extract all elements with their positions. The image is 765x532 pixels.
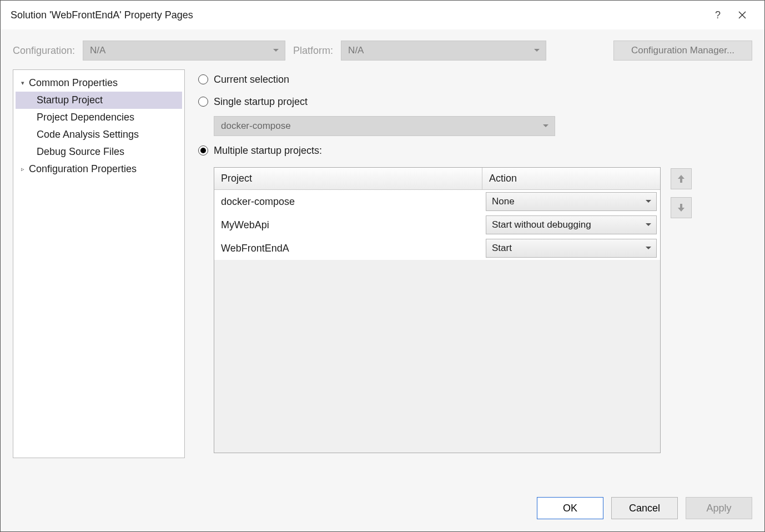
close-icon <box>738 11 746 19</box>
arrow-up-icon <box>676 174 686 184</box>
col-project[interactable]: Project <box>214 168 482 189</box>
platform-label: Platform: <box>293 45 333 57</box>
chevron-down-icon <box>273 47 279 54</box>
apply-button: Apply <box>686 497 752 519</box>
move-down-button <box>671 197 692 218</box>
expander-icon[interactable]: ▹ <box>19 165 27 173</box>
arrow-down-icon <box>676 203 686 213</box>
table-row[interactable]: MyWebApi Start without debugging <box>214 213 660 237</box>
tree-item-startup-project[interactable]: Startup Project <box>16 92 182 109</box>
chevron-down-icon <box>645 222 652 228</box>
help-button[interactable]: ? <box>706 3 730 27</box>
titlebar: Solution 'WebFrontEndA' Property Pages ? <box>1 1 764 29</box>
tree-label: Code Analysis Settings <box>37 129 139 140</box>
radio-single-startup[interactable] <box>198 97 208 107</box>
radio-multiple-startup-label: Multiple startup projects: <box>214 145 322 157</box>
action-value: None <box>492 196 515 207</box>
platform-dropdown: N/A <box>341 41 546 61</box>
cancel-button[interactable]: Cancel <box>611 497 678 519</box>
chevron-down-icon <box>645 245 652 252</box>
radio-multiple-startup[interactable] <box>198 145 208 155</box>
project-cell: docker-compose <box>214 196 482 208</box>
radio-single-startup-label: Single startup project <box>214 96 308 108</box>
move-up-button <box>671 168 692 189</box>
chevron-down-icon <box>645 198 652 205</box>
expander-icon[interactable]: ▾ <box>19 79 27 87</box>
chevron-down-icon <box>534 47 540 54</box>
platform-value: N/A <box>348 45 364 56</box>
configuration-dropdown: N/A <box>83 41 285 61</box>
close-button[interactable] <box>730 3 754 27</box>
action-dropdown[interactable]: Start <box>486 239 657 258</box>
ok-button[interactable]: OK <box>537 497 603 519</box>
action-value: Start without debugging <box>492 219 591 230</box>
tree-item-configuration-properties[interactable]: ▹ Configuration Properties <box>16 160 182 178</box>
single-startup-dropdown: docker-compose <box>214 116 555 136</box>
chevron-down-icon <box>542 123 549 129</box>
table-row[interactable]: WebFrontEndA Start <box>214 237 660 260</box>
property-tree[interactable]: ▾ Common Properties Startup Project Proj… <box>13 69 185 458</box>
main-area: ▾ Common Properties Startup Project Proj… <box>1 69 764 458</box>
projects-table-body: docker-compose None MyWebApi Star <box>214 190 660 260</box>
col-action[interactable]: Action <box>482 168 660 189</box>
window-title: Solution 'WebFrontEndA' Property Pages <box>11 9 193 21</box>
tree-label: Common Properties <box>29 77 118 89</box>
single-startup-value: docker-compose <box>221 121 291 132</box>
table-row[interactable]: docker-compose None <box>214 190 660 213</box>
reorder-buttons <box>671 168 692 453</box>
projects-table: Project Action docker-compose None <box>214 167 661 453</box>
action-dropdown[interactable]: None <box>486 192 657 211</box>
project-cell: WebFrontEndA <box>214 243 482 254</box>
radio-multiple-startup-row: Multiple startup projects: <box>198 143 752 158</box>
tree-label: Project Dependencies <box>37 112 134 123</box>
dialog-buttons: OK Cancel Apply <box>537 497 752 519</box>
configuration-manager-button: Configuration Manager... <box>613 41 752 61</box>
projects-table-header: Project Action <box>214 168 660 190</box>
tree-label: Startup Project <box>37 94 103 106</box>
tree-item-project-dependencies[interactable]: Project Dependencies <box>16 109 182 126</box>
radio-single-startup-row: Single startup project <box>198 94 752 109</box>
project-cell: MyWebApi <box>214 219 482 231</box>
tree-item-common-properties[interactable]: ▾ Common Properties <box>16 74 182 92</box>
action-value: Start <box>492 243 512 254</box>
configuration-value: N/A <box>90 45 105 56</box>
radio-current-selection-label: Current selection <box>214 74 289 86</box>
action-dropdown[interactable]: Start without debugging <box>486 215 657 234</box>
projects-panel: Project Action docker-compose None <box>198 167 752 453</box>
tree-item-code-analysis-settings[interactable]: Code Analysis Settings <box>16 126 182 143</box>
tree-item-debug-source-files[interactable]: Debug Source Files <box>16 143 182 160</box>
configuration-label: Configuration: <box>13 45 75 57</box>
config-row: Configuration: N/A Platform: N/A Configu… <box>1 29 764 69</box>
radio-current-selection-row: Current selection <box>198 72 752 87</box>
tree-label: Debug Source Files <box>37 146 124 158</box>
tree-label: Configuration Properties <box>29 163 137 175</box>
startup-project-panel: Current selection Single startup project… <box>198 69 752 458</box>
radio-current-selection[interactable] <box>198 74 208 84</box>
